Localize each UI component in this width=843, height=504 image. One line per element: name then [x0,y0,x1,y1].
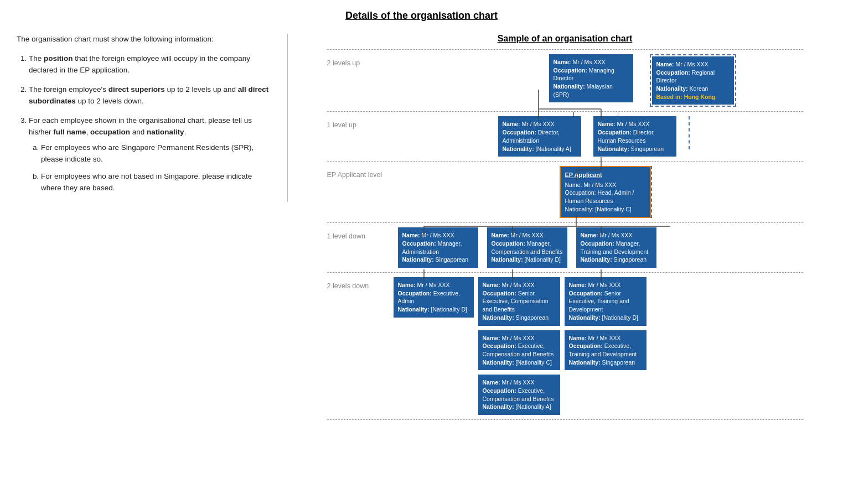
level-row-2down: 2 levels down Name: Mr / Ms XXX Occupati… [327,272,803,420]
two-up-boxes-row: Name: Mr / Ms XXX Occupation: Managing D… [388,54,803,107]
2d-b1-nat: [Nationality D] [431,306,467,313]
org-chart: 2 levels up Name: Mr / Ms XXX Occupation… [327,49,803,420]
one-up-boxes-row: Name: Mr / Ms XXX Occupation: Director, … [388,116,803,157]
1d-box3-nat: Singaporean [614,256,647,263]
ep-occ-lbl: Occupation: [565,189,598,196]
one-down-boxes-row: Name: Mr / Ms XXX Occupation: Manager, A… [388,227,803,268]
group3-col: Name: Mr / Ms XXX Occupation: Senior Exe… [565,277,647,370]
box2-based-val: Hong Kong [684,93,716,100]
dashed-ep-right [651,166,803,218]
1d-box2-nat-lbl: Nationality: [492,256,525,263]
2d-b2-nat-lbl: Nationality: [483,314,516,321]
2d-b4-nat-lbl: Nationality: [483,403,516,410]
label-2up: 2 levels up [327,54,388,68]
group1-col: Name: Mr / Ms XXX Occupation: Executive,… [394,277,474,318]
page-container: Details of the organisation chart The or… [0,0,843,431]
ep-applicant-box: EP Applicant Name: Mr / Ms XXX Occupatio… [560,166,651,218]
right-panel: Sample of an organisation chart 2 levels… [288,34,826,420]
label-ep: EP Applicant level [327,166,388,180]
2d-b6-name: Mr / Ms XXX [588,335,621,341]
1d-box3-name: Mr / Ms XXX [600,232,633,238]
1d-box1-nat-lbl: Nationality: [402,256,436,263]
label-2down: 2 levels down [327,277,388,291]
dashed-right-area [689,116,783,149]
1d-box2-nat: [Nationality D] [525,256,561,263]
2d-b6-nat: Singaporean [602,359,635,366]
direct-superiors-bold: direct superiors [108,85,165,93]
ep-nat: [Nationality C] [595,206,631,212]
ep-name: Mr / Ms XXX [583,181,616,188]
one-up-box-2: Name: Mr / Ms XXX Occupation: Director, … [593,116,676,157]
box2-name-label: Name: [656,61,676,67]
box2-nat-val: Korean [690,85,708,92]
two-up-box-1: Name: Mr / Ms XXX Occupation: Managing D… [549,54,633,102]
level-row-1down: 1 level down Name: Mr / Ms XXX Occupatio… [327,222,803,272]
1d-box3-name-lbl: Name: [581,232,600,238]
boxes-1down: Name: Mr / Ms XXX Occupation: Manager, A… [388,227,803,268]
ep-name-lbl: Name: [565,181,584,188]
v-line-1up-right [618,112,619,116]
ep-title: EP Applicant [565,171,645,179]
ep-row-content: EP Applicant Name: Mr / Ms XXX Occupatio… [388,166,803,218]
2d-b3-name: Mr / Ms XXX [502,335,535,341]
2d-b4-name-lbl: Name: [483,379,502,386]
boxes-ep: EP Applicant Name: Mr / Ms XXX Occupatio… [388,166,803,218]
2d-b6-occ-lbl: Occupation: [569,342,604,349]
main-title: Details of the organisation chart [17,10,826,22]
sub-requirement-b: For employees who are not based in Singa… [41,171,271,194]
1up-box2-nat-lbl: Nationality: [598,146,631,152]
full-name-bold: full name [53,128,86,136]
2d-b1-name-lbl: Name: [398,282,417,288]
requirements-list: The position that the foreign employee w… [17,53,271,194]
2d-b3-name-lbl: Name: [483,335,502,341]
2down-box-2: Name: Mr / Ms XXX Occupation: Senior Exe… [478,277,560,325]
2d-b2-name: Mr / Ms XXX [502,282,535,288]
requirement-2: The foreign employee's direct superiors … [29,84,271,107]
level-row-ep: EP Applicant level EP Applicant Name: Mr… [327,161,803,222]
boxes-2down: Name: Mr / Ms XXX Occupation: Executive,… [388,277,803,415]
1d-box2-name-lbl: Name: [492,232,511,238]
label-1down: 1 level down [327,227,388,241]
1up-box1-name: Mr / Ms XXX [522,121,555,127]
label-1up: 1 level up [327,116,388,130]
1up-box1-nat-lbl: Nationality: [503,146,536,152]
1up-box1-name-lbl: Name: [503,121,522,127]
box2-occ-label: Occupation: [656,69,692,76]
2d-b3-nat-lbl: Nationality: [483,359,516,366]
boxes-1up: Name: Mr / Ms XXX Occupation: Director, … [388,116,803,157]
chart-title: Sample of an organisation chart [303,34,826,44]
1up-box2-name: Mr / Ms XXX [617,121,650,127]
1d-box2-name: Mr / Ms XXX [511,232,544,238]
requirement-3: For each employee shown in the organisat… [29,115,271,195]
1d-box1-name-lbl: Name: [402,232,422,238]
box2-based-label: Based in: [656,93,684,100]
chart-inner: 2 levels up Name: Mr / Ms XXX Occupation… [327,49,803,420]
2d-b1-occ-lbl: Occupation: [398,290,433,297]
two-up-box-2: Name: Mr / Ms XXX Occupation: Regional D… [652,56,734,105]
2d-b2-name-lbl: Name: [483,282,502,288]
box1-occ-label: Occupation: [554,67,589,74]
2d-b6-name-lbl: Name: [569,335,588,341]
2d-b5-name-lbl: Name: [569,282,588,288]
1d-box3-nat-lbl: Nationality: [581,256,614,263]
one-down-box-3: Name: Mr / Ms XXX Occupation: Manager, T… [576,227,656,268]
nationality-bold: nationality [147,128,184,136]
boxes-2up: Name: Mr / Ms XXX Occupation: Managing D… [388,54,803,107]
1d-box3-occ-lbl: Occupation: [581,240,616,247]
group2-col: Name: Mr / Ms XXX Occupation: Senior Exe… [478,277,560,415]
2d-b4-occ-lbl: Occupation: [483,387,518,394]
position-bold: position [44,54,73,63]
1up-box2-name-lbl: Name: [598,121,617,127]
box1-name-val: Mr / Ms XXX [573,59,606,65]
2down-box-5: Name: Mr / Ms XXX Occupation: Senior Exe… [565,277,647,325]
2down-box-4: Name: Mr / Ms XXX Occupation: Executive,… [478,375,560,415]
2d-b5-occ-lbl: Occupation: [569,290,604,297]
2d-b4-nat: [Nationality A] [516,403,551,410]
v-line-1up-left [573,112,575,116]
2d-b5-nat-lbl: Nationality: [569,314,602,321]
2d-b3-occ-lbl: Occupation: [483,342,518,349]
occupation-bold: occupation [90,128,130,136]
2down-box-3: Name: Mr / Ms XXX Occupation: Executive,… [478,330,560,371]
1up-box2-nat: Singaporean [631,146,664,152]
sub-requirement-a: For employees who are Singapore Permanen… [41,142,271,165]
